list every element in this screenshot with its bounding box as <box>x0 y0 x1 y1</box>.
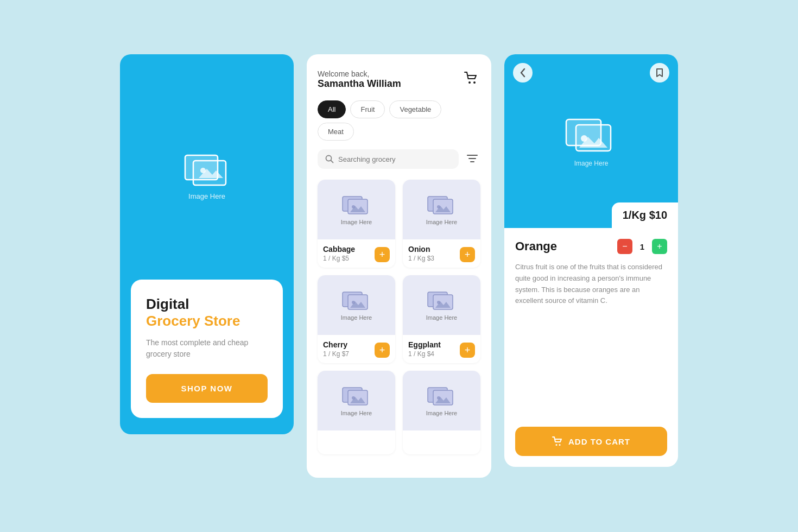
product-image-icon <box>341 289 371 312</box>
svg-point-3 <box>200 168 206 173</box>
category-vegetable[interactable]: Vegetable <box>389 100 441 118</box>
splash-image-icon <box>182 150 231 188</box>
product-img-empty2: Image Here <box>403 371 480 430</box>
shop-now-button[interactable]: SHOP NOW <box>146 374 268 403</box>
product-image-icon <box>427 194 457 217</box>
product-name-eggplant: Eggplant <box>408 340 441 349</box>
price-badge-text: 1/Kg $10 <box>623 209 667 221</box>
filter-button[interactable] <box>464 151 480 167</box>
product-img-cabbage: Image Here <box>318 180 395 239</box>
screen1-splash: Image Here Digital Grocery Store The mos… <box>120 54 294 434</box>
product-price-cherry: 1 / Kg $7 <box>323 350 349 358</box>
back-button[interactable] <box>513 63 533 83</box>
svg-point-5 <box>473 81 476 84</box>
product-card-empty1: Image Here <box>318 371 395 454</box>
quantity-value: 1 <box>638 242 647 251</box>
product-card-empty2: Image Here <box>403 371 480 454</box>
svg-line-7 <box>331 161 333 163</box>
bookmark-icon <box>656 68 663 78</box>
screens-container: Image Here Digital Grocery Store The mos… <box>120 54 678 478</box>
product-img-label: Image Here <box>341 314 372 321</box>
detail-image-label: Image Here <box>574 160 609 167</box>
quantity-plus-button[interactable]: + <box>652 239 667 254</box>
add-onion-button[interactable]: + <box>460 247 475 262</box>
detail-image-icon <box>564 115 618 156</box>
svg-point-34 <box>437 396 440 400</box>
product-img-empty1: Image Here <box>318 371 395 430</box>
svg-point-4 <box>468 81 471 84</box>
screen3-image-area: Image Here 1/Kg $10 <box>504 54 678 228</box>
product-img-eggplant: Image Here <box>403 275 480 335</box>
svg-point-18 <box>437 205 440 208</box>
product-image-icon <box>427 385 457 408</box>
splash-image-placeholder: Image Here <box>182 150 231 200</box>
screen2-listing: Welcome back, Samantha William All Fruit… <box>307 54 491 478</box>
cart-icon <box>464 72 478 85</box>
category-meat[interactable]: Meat <box>318 123 354 141</box>
svg-point-38 <box>581 135 587 142</box>
category-all[interactable]: All <box>318 100 346 118</box>
product-price-eggplant: 1 / Kg $4 <box>408 350 441 358</box>
cart-btn-icon <box>552 436 563 446</box>
product-info-cherry: Cherry 1 / Kg $7 + <box>318 335 395 363</box>
screen2-header: Welcome back, Samantha William <box>318 69 480 90</box>
svg-point-39 <box>555 444 557 446</box>
product-price-onion: 1 / Kg $3 <box>408 255 434 262</box>
bookmark-button[interactable] <box>650 63 669 83</box>
search-input[interactable] <box>338 155 451 163</box>
screen3-body: Orange − 1 + Citrus fruit is one of the … <box>504 228 678 467</box>
products-grid: Image Here Cabbage 1 / Kg $5 + <box>318 180 480 454</box>
screen1-subtitle: The most complete and cheap grocery stor… <box>146 337 268 360</box>
price-badge: 1/Kg $10 <box>612 202 678 228</box>
product-detail-header: Orange − 1 + <box>515 239 667 254</box>
product-card-cabbage: Image Here Cabbage 1 / Kg $5 + <box>318 180 395 268</box>
product-description: Citrus fruit is one of the fruits that i… <box>515 262 667 414</box>
product-img-label: Image Here <box>341 219 372 225</box>
back-icon <box>520 68 525 78</box>
product-img-label: Image Here <box>341 410 372 416</box>
svg-point-26 <box>437 301 440 304</box>
product-card-cherry: Image Here Cherry 1 / Kg $7 + <box>318 275 395 363</box>
filter-icon <box>466 154 478 163</box>
add-to-cart-button[interactable]: ADD TO CART <box>515 427 667 456</box>
quantity-control: − 1 + <box>617 239 667 254</box>
product-name-cabbage: Cabbage <box>323 245 355 254</box>
product-card-eggplant: Image Here Eggplant 1 / Kg $4 + <box>403 275 480 363</box>
product-image-icon <box>341 194 371 217</box>
product-info-eggplant: Eggplant 1 / Kg $4 + <box>403 335 480 363</box>
screen3-detail: Image Here 1/Kg $10 Orange − 1 + Citrus … <box>504 54 678 467</box>
user-name: Samantha William <box>318 78 401 90</box>
product-info-cabbage: Cabbage 1 / Kg $5 + <box>318 239 395 268</box>
category-fruit[interactable]: Fruit <box>350 100 385 118</box>
screen2-welcome-block: Welcome back, Samantha William <box>318 69 401 90</box>
cart-icon-button[interactable] <box>462 69 480 88</box>
splash-image-label: Image Here <box>188 192 225 200</box>
search-bar <box>318 149 459 169</box>
product-img-label: Image Here <box>426 314 457 321</box>
add-eggplant-button[interactable]: + <box>460 343 475 358</box>
svg-point-14 <box>352 205 355 208</box>
product-img-label: Image Here <box>426 410 457 416</box>
quantity-minus-button[interactable]: − <box>617 239 632 254</box>
product-image-icon <box>427 289 457 312</box>
product-img-label: Image Here <box>426 219 457 225</box>
screen1-card: Digital Grocery Store The most complete … <box>131 280 283 418</box>
welcome-text: Welcome back, <box>318 69 401 78</box>
product-price-cabbage: 1 / Kg $5 <box>323 255 355 262</box>
product-name-onion: Onion <box>408 245 434 254</box>
add-cabbage-button[interactable]: + <box>375 247 390 262</box>
screen1-title-line2: Grocery Store <box>146 313 268 330</box>
product-info-onion: Onion 1 / Kg $3 + <box>403 239 480 268</box>
screen1-image-area: Image Here <box>182 87 231 263</box>
add-cherry-button[interactable]: + <box>375 343 390 358</box>
add-to-cart-label: ADD TO CART <box>568 437 630 446</box>
categories-row: All Fruit Vegetable Meat <box>318 100 480 141</box>
search-row <box>318 149 480 169</box>
search-icon <box>325 155 334 163</box>
product-image-icon <box>341 385 371 408</box>
product-img-onion: Image Here <box>403 180 480 239</box>
svg-point-40 <box>559 444 560 446</box>
product-name-cherry: Cherry <box>323 340 349 349</box>
detail-product-name: Orange <box>515 239 557 254</box>
svg-point-22 <box>352 301 355 304</box>
